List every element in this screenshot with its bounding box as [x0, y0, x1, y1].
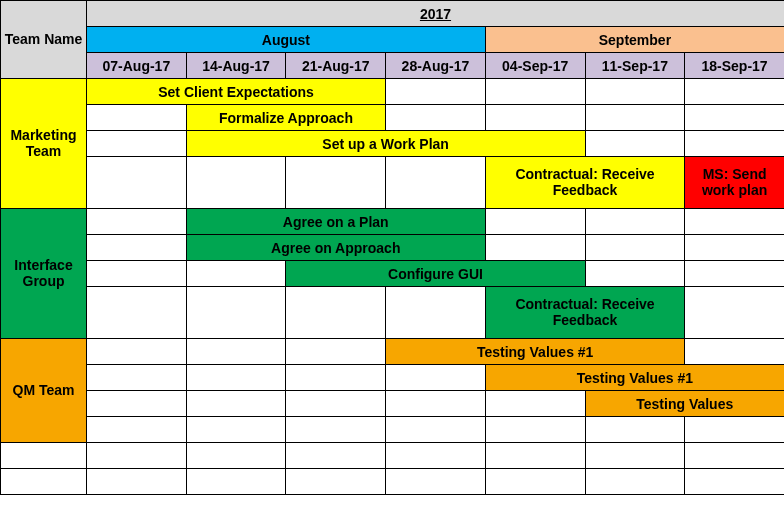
task-bar-testing1: Testing Values #1: [386, 339, 685, 365]
empty-cell: [87, 131, 187, 157]
empty-cell: [485, 79, 585, 105]
empty-cell: [186, 469, 286, 495]
empty-cell: [186, 365, 286, 391]
task-bar-testing2: Testing Values #1: [485, 365, 784, 391]
empty-cell: [386, 157, 486, 209]
empty-cell: [186, 339, 286, 365]
empty-cell: [585, 105, 685, 131]
team-interface: Interface Group: [1, 209, 87, 339]
empty-cell: [386, 287, 486, 339]
empty-cell: [485, 469, 585, 495]
empty-cell: [485, 209, 585, 235]
empty-cell: [585, 443, 685, 469]
empty-cell: [87, 209, 187, 235]
empty-cell: [87, 105, 187, 131]
empty-cell: [386, 469, 486, 495]
empty-cell: [386, 365, 486, 391]
empty-cell: [1, 443, 87, 469]
empty-cell: [186, 443, 286, 469]
empty-cell: [286, 469, 386, 495]
empty-cell: [286, 417, 386, 443]
empty-cell: [485, 417, 585, 443]
year-header: 2017: [87, 1, 785, 27]
empty-cell: [186, 287, 286, 339]
empty-cell: [186, 391, 286, 417]
empty-cell: [87, 365, 187, 391]
month-august-header: August: [87, 27, 486, 53]
team-name-header: Team Name: [1, 1, 87, 79]
empty-cell: [386, 105, 486, 131]
empty-cell: [485, 443, 585, 469]
date-header: 21-Aug-17: [286, 53, 386, 79]
empty-cell: [685, 209, 784, 235]
empty-cell: [186, 417, 286, 443]
empty-cell: [685, 469, 784, 495]
empty-cell: [685, 443, 784, 469]
empty-cell: [585, 261, 685, 287]
empty-cell: [485, 105, 585, 131]
month-september-header: September: [485, 27, 784, 53]
team-marketing: Marketing Team: [1, 79, 87, 209]
date-header: 07-Aug-17: [87, 53, 187, 79]
empty-cell: [386, 443, 486, 469]
empty-cell: [1, 469, 87, 495]
task-bar-feedback: Contractual: Receive Feedback: [485, 157, 684, 209]
task-bar-work-plan: Set up a Work Plan: [186, 131, 585, 157]
empty-cell: [685, 235, 784, 261]
date-header: 04-Sep-17: [485, 53, 585, 79]
empty-cell: [87, 417, 187, 443]
task-bar-formalize: Formalize Approach: [186, 105, 385, 131]
empty-cell: [685, 287, 784, 339]
empty-cell: [186, 261, 286, 287]
task-bar-if-feedback: Contractual: Receive Feedback: [485, 287, 684, 339]
empty-cell: [286, 339, 386, 365]
empty-cell: [685, 105, 784, 131]
date-header: 28-Aug-17: [386, 53, 486, 79]
empty-cell: [386, 417, 486, 443]
empty-cell: [485, 391, 585, 417]
empty-cell: [386, 79, 486, 105]
empty-cell: [87, 287, 187, 339]
empty-cell: [585, 469, 685, 495]
empty-cell: [585, 79, 685, 105]
empty-cell: [585, 417, 685, 443]
empty-cell: [685, 417, 784, 443]
empty-cell: [87, 235, 187, 261]
empty-cell: [87, 391, 187, 417]
date-header: 18-Sep-17: [685, 53, 784, 79]
gantt-table: Team Name 2017 August September 07-Aug-1…: [0, 0, 784, 495]
team-qm: QM Team: [1, 339, 87, 443]
empty-cell: [87, 339, 187, 365]
empty-cell: [685, 79, 784, 105]
empty-cell: [87, 157, 187, 209]
empty-cell: [286, 391, 386, 417]
task-bar-agree-plan: Agree on a Plan: [186, 209, 485, 235]
date-header: 11-Sep-17: [585, 53, 685, 79]
task-bar-configure: Configure GUI: [286, 261, 585, 287]
task-bar-set-client: Set Client Expectations: [87, 79, 386, 105]
date-header: 14-Aug-17: [186, 53, 286, 79]
task-bar-agree-approach: Agree on Approach: [186, 235, 485, 261]
empty-cell: [286, 443, 386, 469]
empty-cell: [87, 261, 187, 287]
empty-cell: [87, 469, 187, 495]
empty-cell: [585, 209, 685, 235]
empty-cell: [685, 131, 784, 157]
empty-cell: [685, 261, 784, 287]
empty-cell: [685, 339, 784, 365]
empty-cell: [286, 365, 386, 391]
empty-cell: [585, 235, 685, 261]
empty-cell: [286, 287, 386, 339]
empty-cell: [585, 131, 685, 157]
empty-cell: [286, 157, 386, 209]
empty-cell: [485, 235, 585, 261]
empty-cell: [386, 391, 486, 417]
task-bar-ms-send: MS: Send work plan: [685, 157, 784, 209]
empty-cell: [87, 443, 187, 469]
task-bar-testing3: Testing Values: [585, 391, 784, 417]
empty-cell: [186, 157, 286, 209]
